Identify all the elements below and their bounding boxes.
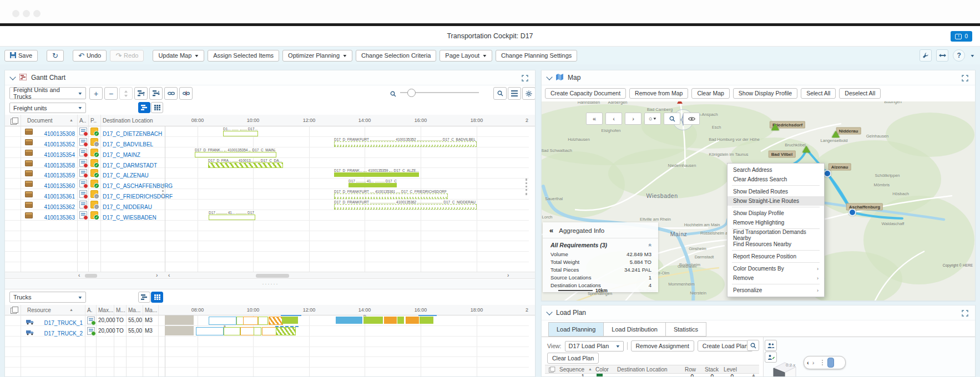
freight-row[interactable]: 4100135359✓D17_C_ALZENAUD17_D_FRANK...41… — [5, 167, 529, 178]
map-toolbar-select-all-button[interactable]: Select All — [801, 88, 836, 99]
truck-gantt-bar[interactable] — [258, 317, 268, 325]
truck-gantt-bar[interactable] — [224, 327, 240, 335]
load-column-header-5[interactable]: Level — [724, 366, 737, 373]
freight-row[interactable]: 4100135360✓D17_C_ASCHAFFENBURGD1741...D1… — [5, 178, 529, 188]
freight-column-header-1[interactable]: A.. — [79, 118, 86, 124]
legend-icon[interactable] — [508, 87, 521, 100]
chart-scroll-handle[interactable] — [526, 179, 529, 195]
create-load-plan-button[interactable]: Create Load Plan — [698, 340, 753, 351]
scroll-thumb[interactable] — [85, 274, 97, 278]
remove-assignment-button[interactable]: Remove Assignment — [631, 340, 694, 351]
refresh-button[interactable]: ↻ — [47, 50, 64, 62]
gantt-layout-select[interactable]: Freight Units and Trucks▼ — [9, 87, 86, 99]
next-icon[interactable]: › — [625, 113, 641, 125]
trucks-column-header-4[interactable]: Ma... — [128, 307, 140, 313]
assign-selected-items-button[interactable]: Assign Selected Items — [208, 50, 279, 62]
table-scroll-up-icon[interactable]: ▲ — [751, 373, 756, 377]
chart-scroll-left-icon[interactable]: ‹ — [168, 272, 170, 279]
freight-row[interactable]: 4100135358✓D17_C_DARMSTADTD17_D_FRA...41… — [5, 157, 529, 168]
collapse-chevron-icon[interactable] — [9, 74, 16, 80]
map-city-label-bad-vilbel[interactable]: Bad Vilbel — [769, 151, 796, 158]
gantt-splitter[interactable]: ······ — [5, 279, 536, 289]
optimizer-planning-button[interactable]: Optimizer Planning▼ — [282, 50, 352, 62]
map-toolbar-deselect-all-button[interactable]: Deselect All — [839, 88, 881, 99]
tab-load-distribution[interactable]: Load Distribution — [603, 322, 665, 337]
previous-icon[interactable]: ‹ — [605, 113, 622, 125]
freight-gantt-bar[interactable] — [334, 193, 448, 199]
shape-select-icon[interactable]: ○ ▼ — [644, 113, 661, 125]
zoom-out-magnifier-icon[interactable] — [390, 89, 396, 99]
collapse-chevron-icon[interactable] — [546, 74, 552, 80]
freight-row[interactable]: 4100135308✓D17_C_DIETZENBACHD1...D17... — [5, 126, 529, 136]
truck-row[interactable]: D17_TRUCK_120,000TO55,00M3D.. — [5, 315, 529, 325]
collapse-left-icon[interactable]: « — [586, 113, 603, 125]
trucks-column-header-5[interactable]: Ma... — [145, 307, 157, 313]
help-icon[interactable]: ? — [953, 49, 965, 62]
demand-triangle-marker[interactable] — [832, 131, 840, 137]
map-city-label-alzenau[interactable]: Alzenau — [829, 164, 851, 171]
change-selection-criteria-button[interactable]: Change Selection Criteria — [356, 50, 436, 62]
freight-column-header-0[interactable]: Document — [27, 118, 53, 124]
hierarchy-icon[interactable] — [11, 308, 17, 314]
scroll-right-icon[interactable]: › — [156, 272, 158, 279]
trucks-column-header-2[interactable]: Max... — [98, 307, 113, 313]
freight-gantt-bar[interactable] — [223, 131, 258, 136]
truck-gantt-bar[interactable] — [240, 327, 254, 335]
freight-destination-link[interactable]: D17_C_WIESBADEN — [103, 212, 156, 222]
load-highlight-icon[interactable] — [765, 340, 777, 351]
change-planning-settings-button[interactable]: Change Planning Settings — [496, 50, 577, 62]
truck-gantt-bar[interactable] — [254, 327, 261, 335]
load-3d-viewer[interactable]: 0.2 x‹› — [764, 337, 976, 377]
truck-resource-link[interactable]: D17_TRUCK_2 — [36, 328, 83, 338]
window-zoom-button[interactable] — [33, 10, 41, 17]
chart-scroll-right-icon[interactable]: › — [507, 272, 509, 279]
demand-triangle-marker[interactable] — [802, 146, 810, 152]
freight-gantt-bar[interactable] — [334, 204, 477, 210]
show-gantt-rows-icon[interactable] — [134, 87, 148, 100]
context-menu-item-show-display-profile[interactable]: Show Display Profile — [728, 208, 824, 218]
map-toolbar-remove-from-map-button[interactable]: Remove from Map — [629, 88, 688, 99]
load-column-header-2[interactable]: Destination Location — [617, 366, 668, 373]
sort-ascending-icon[interactable]: ▲ — [69, 118, 73, 122]
zoom-in-magnifier-icon[interactable] — [493, 87, 507, 100]
zoom-in-icon[interactable]: + — [89, 87, 103, 100]
load-column-header-4[interactable]: Stack — [705, 366, 719, 373]
table-scroll-handle[interactable] — [162, 184, 165, 198]
gantt-settings-icon[interactable] — [522, 87, 536, 100]
trucks-gantt-view-toggle[interactable] — [138, 292, 150, 303]
context-menu-item-show-detailed-routes[interactable]: Show Detailed Routes — [728, 187, 824, 196]
help-caret-icon[interactable]: ▼ — [970, 54, 976, 58]
truck-gantt-bar[interactable] — [363, 317, 383, 324]
hierarchy-icon[interactable] — [549, 368, 554, 373]
trucks-column-header-1[interactable]: A. — [87, 307, 92, 313]
clear-load-plan-button[interactable]: Clear Load Plan — [547, 353, 599, 364]
undo-button[interactable]: ↶Undo — [73, 50, 107, 62]
update-map-button[interactable]: Update Map▼ — [153, 50, 204, 62]
freight-table-view-toggle[interactable] — [151, 102, 163, 113]
split-columns-icon[interactable] — [936, 49, 948, 62]
context-menu-item-remove[interactable]: Remove› — [728, 273, 824, 283]
chart-scroll-thumb[interactable] — [256, 274, 289, 278]
load-plan-row[interactable]: 1D17_C_ALZENAU000 — [545, 373, 759, 377]
visibility-icon[interactable] — [683, 113, 700, 125]
freight-document-link[interactable]: 4100135363 — [34, 212, 75, 222]
load-column-header-3[interactable]: Row — [685, 366, 696, 373]
freight-row[interactable]: 4100135363✓D17_C_WIESBADEND1741...D17 — [5, 210, 529, 220]
trucks-table-view-toggle[interactable] — [151, 292, 163, 303]
context-menu-item-find-transportation-demands-nearby[interactable]: Find Transportation Demands Nearby — [728, 230, 824, 240]
trucks-row-type-select[interactable]: Trucks▼ — [9, 292, 86, 303]
zoom-slider-handle[interactable] — [407, 89, 416, 97]
context-menu-item-search-address[interactable]: Search Address — [728, 165, 824, 175]
truck-gantt-bar[interactable] — [282, 317, 298, 324]
demand-triangle-marker[interactable] — [771, 124, 779, 130]
truck-gantt-bar[interactable] — [406, 317, 419, 324]
fit-vertical-icon[interactable] — [119, 87, 133, 100]
truck-gantt-bar[interactable] — [243, 317, 258, 325]
zoom-out-icon[interactable]: − — [104, 87, 118, 100]
freight-gantt-view-toggle[interactable] — [138, 102, 150, 113]
document-number[interactable]: 4100135363 — [44, 215, 75, 221]
context-menu-item-personalize[interactable]: Personalize› — [728, 286, 824, 295]
truck-gantt-bar[interactable] — [397, 317, 404, 324]
gantt-expand-icon[interactable] — [522, 75, 528, 81]
message-badge[interactable]: ! 0 — [951, 31, 972, 42]
